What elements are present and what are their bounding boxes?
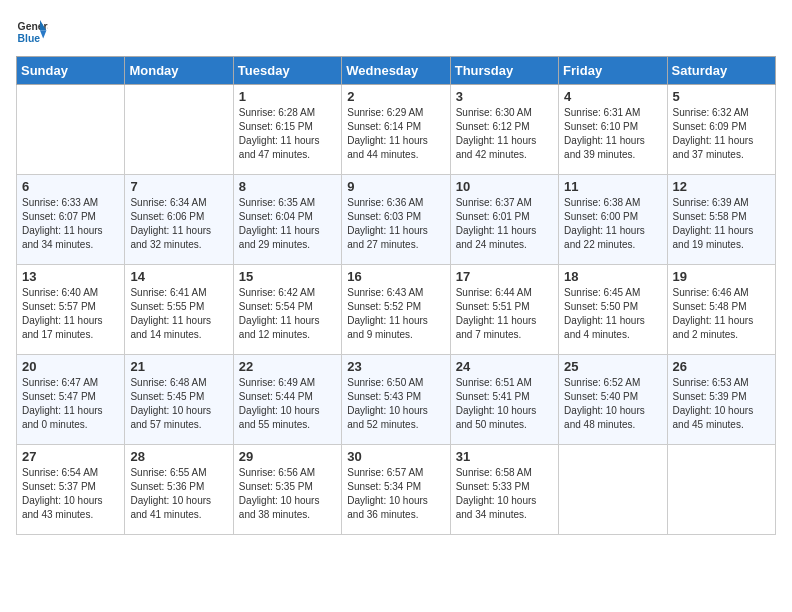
calendar-cell: 23Sunrise: 6:50 AM Sunset: 5:43 PM Dayli… bbox=[342, 355, 450, 445]
day-info: Sunrise: 6:43 AM Sunset: 5:52 PM Dayligh… bbox=[347, 286, 444, 342]
day-info: Sunrise: 6:49 AM Sunset: 5:44 PM Dayligh… bbox=[239, 376, 336, 432]
day-number: 2 bbox=[347, 89, 444, 104]
svg-text:Blue: Blue bbox=[18, 33, 41, 44]
day-info: Sunrise: 6:41 AM Sunset: 5:55 PM Dayligh… bbox=[130, 286, 227, 342]
logo: General Blue bbox=[16, 16, 48, 48]
calendar-cell: 3Sunrise: 6:30 AM Sunset: 6:12 PM Daylig… bbox=[450, 85, 558, 175]
calendar-cell: 29Sunrise: 6:56 AM Sunset: 5:35 PM Dayli… bbox=[233, 445, 341, 535]
day-number: 11 bbox=[564, 179, 661, 194]
calendar-table: SundayMondayTuesdayWednesdayThursdayFrid… bbox=[16, 56, 776, 535]
calendar-cell bbox=[667, 445, 775, 535]
day-number: 29 bbox=[239, 449, 336, 464]
day-number: 31 bbox=[456, 449, 553, 464]
day-info: Sunrise: 6:50 AM Sunset: 5:43 PM Dayligh… bbox=[347, 376, 444, 432]
day-info: Sunrise: 6:48 AM Sunset: 5:45 PM Dayligh… bbox=[130, 376, 227, 432]
day-info: Sunrise: 6:51 AM Sunset: 5:41 PM Dayligh… bbox=[456, 376, 553, 432]
calendar-cell: 10Sunrise: 6:37 AM Sunset: 6:01 PM Dayli… bbox=[450, 175, 558, 265]
day-info: Sunrise: 6:42 AM Sunset: 5:54 PM Dayligh… bbox=[239, 286, 336, 342]
column-header-monday: Monday bbox=[125, 57, 233, 85]
day-number: 8 bbox=[239, 179, 336, 194]
column-header-friday: Friday bbox=[559, 57, 667, 85]
day-number: 21 bbox=[130, 359, 227, 374]
calendar-cell: 15Sunrise: 6:42 AM Sunset: 5:54 PM Dayli… bbox=[233, 265, 341, 355]
day-info: Sunrise: 6:28 AM Sunset: 6:15 PM Dayligh… bbox=[239, 106, 336, 162]
day-info: Sunrise: 6:58 AM Sunset: 5:33 PM Dayligh… bbox=[456, 466, 553, 522]
calendar-week-row: 27Sunrise: 6:54 AM Sunset: 5:37 PM Dayli… bbox=[17, 445, 776, 535]
day-info: Sunrise: 6:38 AM Sunset: 6:00 PM Dayligh… bbox=[564, 196, 661, 252]
day-number: 30 bbox=[347, 449, 444, 464]
day-info: Sunrise: 6:39 AM Sunset: 5:58 PM Dayligh… bbox=[673, 196, 770, 252]
day-info: Sunrise: 6:46 AM Sunset: 5:48 PM Dayligh… bbox=[673, 286, 770, 342]
day-info: Sunrise: 6:44 AM Sunset: 5:51 PM Dayligh… bbox=[456, 286, 553, 342]
day-info: Sunrise: 6:54 AM Sunset: 5:37 PM Dayligh… bbox=[22, 466, 119, 522]
calendar-cell bbox=[17, 85, 125, 175]
day-info: Sunrise: 6:52 AM Sunset: 5:40 PM Dayligh… bbox=[564, 376, 661, 432]
day-info: Sunrise: 6:31 AM Sunset: 6:10 PM Dayligh… bbox=[564, 106, 661, 162]
day-info: Sunrise: 6:36 AM Sunset: 6:03 PM Dayligh… bbox=[347, 196, 444, 252]
page-header: General Blue bbox=[16, 16, 776, 48]
day-number: 28 bbox=[130, 449, 227, 464]
day-number: 16 bbox=[347, 269, 444, 284]
day-info: Sunrise: 6:55 AM Sunset: 5:36 PM Dayligh… bbox=[130, 466, 227, 522]
day-number: 12 bbox=[673, 179, 770, 194]
column-header-sunday: Sunday bbox=[17, 57, 125, 85]
day-info: Sunrise: 6:30 AM Sunset: 6:12 PM Dayligh… bbox=[456, 106, 553, 162]
day-number: 3 bbox=[456, 89, 553, 104]
calendar-cell: 22Sunrise: 6:49 AM Sunset: 5:44 PM Dayli… bbox=[233, 355, 341, 445]
calendar-cell: 31Sunrise: 6:58 AM Sunset: 5:33 PM Dayli… bbox=[450, 445, 558, 535]
calendar-cell: 11Sunrise: 6:38 AM Sunset: 6:00 PM Dayli… bbox=[559, 175, 667, 265]
day-number: 10 bbox=[456, 179, 553, 194]
day-info: Sunrise: 6:32 AM Sunset: 6:09 PM Dayligh… bbox=[673, 106, 770, 162]
day-info: Sunrise: 6:57 AM Sunset: 5:34 PM Dayligh… bbox=[347, 466, 444, 522]
calendar-cell: 1Sunrise: 6:28 AM Sunset: 6:15 PM Daylig… bbox=[233, 85, 341, 175]
calendar-cell: 26Sunrise: 6:53 AM Sunset: 5:39 PM Dayli… bbox=[667, 355, 775, 445]
calendar-cell: 13Sunrise: 6:40 AM Sunset: 5:57 PM Dayli… bbox=[17, 265, 125, 355]
day-info: Sunrise: 6:29 AM Sunset: 6:14 PM Dayligh… bbox=[347, 106, 444, 162]
calendar-cell: 28Sunrise: 6:55 AM Sunset: 5:36 PM Dayli… bbox=[125, 445, 233, 535]
calendar-week-row: 1Sunrise: 6:28 AM Sunset: 6:15 PM Daylig… bbox=[17, 85, 776, 175]
day-info: Sunrise: 6:34 AM Sunset: 6:06 PM Dayligh… bbox=[130, 196, 227, 252]
svg-marker-3 bbox=[40, 30, 46, 38]
day-number: 6 bbox=[22, 179, 119, 194]
calendar-cell: 19Sunrise: 6:46 AM Sunset: 5:48 PM Dayli… bbox=[667, 265, 775, 355]
calendar-cell: 2Sunrise: 6:29 AM Sunset: 6:14 PM Daylig… bbox=[342, 85, 450, 175]
day-number: 26 bbox=[673, 359, 770, 374]
day-number: 22 bbox=[239, 359, 336, 374]
day-number: 27 bbox=[22, 449, 119, 464]
day-number: 9 bbox=[347, 179, 444, 194]
calendar-week-row: 6Sunrise: 6:33 AM Sunset: 6:07 PM Daylig… bbox=[17, 175, 776, 265]
day-info: Sunrise: 6:56 AM Sunset: 5:35 PM Dayligh… bbox=[239, 466, 336, 522]
calendar-cell: 12Sunrise: 6:39 AM Sunset: 5:58 PM Dayli… bbox=[667, 175, 775, 265]
day-number: 7 bbox=[130, 179, 227, 194]
day-number: 15 bbox=[239, 269, 336, 284]
day-info: Sunrise: 6:53 AM Sunset: 5:39 PM Dayligh… bbox=[673, 376, 770, 432]
calendar-cell: 14Sunrise: 6:41 AM Sunset: 5:55 PM Dayli… bbox=[125, 265, 233, 355]
calendar-cell: 27Sunrise: 6:54 AM Sunset: 5:37 PM Dayli… bbox=[17, 445, 125, 535]
calendar-cell: 8Sunrise: 6:35 AM Sunset: 6:04 PM Daylig… bbox=[233, 175, 341, 265]
column-header-tuesday: Tuesday bbox=[233, 57, 341, 85]
day-info: Sunrise: 6:47 AM Sunset: 5:47 PM Dayligh… bbox=[22, 376, 119, 432]
calendar-cell: 21Sunrise: 6:48 AM Sunset: 5:45 PM Dayli… bbox=[125, 355, 233, 445]
calendar-cell: 18Sunrise: 6:45 AM Sunset: 5:50 PM Dayli… bbox=[559, 265, 667, 355]
day-info: Sunrise: 6:33 AM Sunset: 6:07 PM Dayligh… bbox=[22, 196, 119, 252]
day-number: 1 bbox=[239, 89, 336, 104]
calendar-cell: 5Sunrise: 6:32 AM Sunset: 6:09 PM Daylig… bbox=[667, 85, 775, 175]
column-header-thursday: Thursday bbox=[450, 57, 558, 85]
day-number: 13 bbox=[22, 269, 119, 284]
day-info: Sunrise: 6:45 AM Sunset: 5:50 PM Dayligh… bbox=[564, 286, 661, 342]
day-info: Sunrise: 6:40 AM Sunset: 5:57 PM Dayligh… bbox=[22, 286, 119, 342]
calendar-cell bbox=[559, 445, 667, 535]
column-header-saturday: Saturday bbox=[667, 57, 775, 85]
day-info: Sunrise: 6:35 AM Sunset: 6:04 PM Dayligh… bbox=[239, 196, 336, 252]
calendar-cell: 7Sunrise: 6:34 AM Sunset: 6:06 PM Daylig… bbox=[125, 175, 233, 265]
calendar-cell: 16Sunrise: 6:43 AM Sunset: 5:52 PM Dayli… bbox=[342, 265, 450, 355]
column-header-wednesday: Wednesday bbox=[342, 57, 450, 85]
day-number: 23 bbox=[347, 359, 444, 374]
calendar-cell: 24Sunrise: 6:51 AM Sunset: 5:41 PM Dayli… bbox=[450, 355, 558, 445]
day-number: 18 bbox=[564, 269, 661, 284]
calendar-cell: 6Sunrise: 6:33 AM Sunset: 6:07 PM Daylig… bbox=[17, 175, 125, 265]
day-number: 5 bbox=[673, 89, 770, 104]
calendar-header-row: SundayMondayTuesdayWednesdayThursdayFrid… bbox=[17, 57, 776, 85]
day-number: 24 bbox=[456, 359, 553, 374]
calendar-cell: 25Sunrise: 6:52 AM Sunset: 5:40 PM Dayli… bbox=[559, 355, 667, 445]
